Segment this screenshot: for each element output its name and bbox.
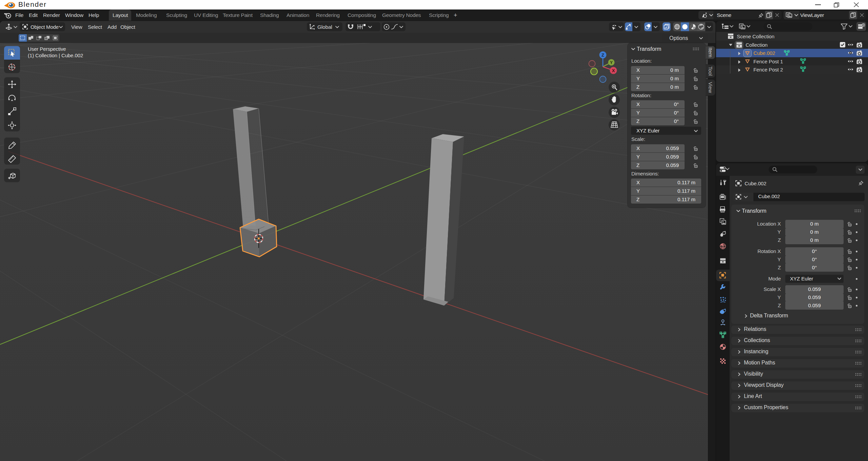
svg-text:Y: Y xyxy=(610,60,613,65)
svg-text:Z: Z xyxy=(601,53,604,58)
svg-text:X: X xyxy=(612,68,615,73)
